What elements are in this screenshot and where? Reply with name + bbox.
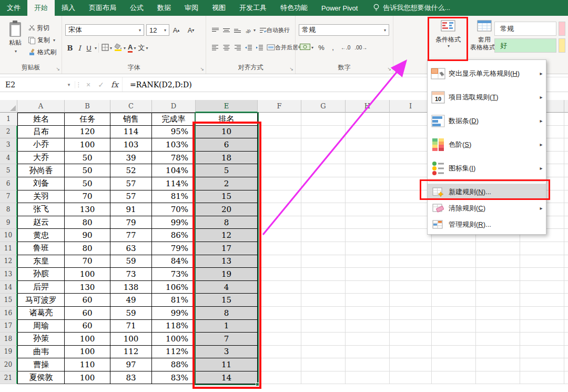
cell-x21[interactable]	[476, 371, 520, 385]
number-format-select[interactable]: 常规▾	[299, 24, 389, 36]
cell-x2[interactable]	[564, 126, 568, 139]
cell-B15[interactable]: 60	[65, 294, 110, 307]
formula-bar-handle[interactable]: ⋮	[75, 81, 82, 88]
cell-style-neutral-partial[interactable]	[559, 38, 565, 53]
column-header-G[interactable]: G	[301, 100, 346, 113]
cell-H5[interactable]	[346, 164, 390, 177]
column-header-blank[interactable]	[564, 100, 568, 113]
cell-A19[interactable]: 曲韦	[17, 346, 65, 359]
cell-H15[interactable]	[346, 294, 390, 307]
row-header-16[interactable]: 16	[0, 307, 17, 320]
cell-D4[interactable]: 78%	[152, 152, 196, 165]
tab-data[interactable]: 数据	[150, 0, 178, 16]
increase-decimal-button[interactable]: ←.0	[340, 42, 351, 53]
menu-item-new-rule[interactable]: 新建规则(N)...	[428, 184, 546, 200]
cell-F4[interactable]	[258, 152, 301, 165]
tab-developer[interactable]: 开发工具	[232, 0, 273, 16]
cell-B11[interactable]: 80	[65, 242, 110, 255]
cell-D19[interactable]: 112%	[152, 346, 196, 359]
cell-x11[interactable]	[432, 242, 476, 255]
accounting-format-button[interactable]: ▾	[299, 42, 315, 53]
cell-E7[interactable]: 15	[196, 190, 258, 204]
cell-D2[interactable]: 95%	[152, 126, 196, 139]
phonetic-guide-button[interactable]: 文 ▾	[137, 42, 149, 54]
row-header-14[interactable]: 14	[0, 281, 17, 294]
menu-item-clear-rules[interactable]: 清除规则(C)▸	[428, 200, 546, 216]
cell-x20[interactable]	[564, 358, 568, 371]
cell-E15[interactable]: 15	[196, 294, 258, 307]
cell-x15[interactable]	[520, 294, 564, 307]
cell-x12[interactable]	[476, 255, 520, 268]
cell-A13[interactable]: 孙膑	[17, 268, 65, 281]
cell-C10[interactable]: 77	[110, 229, 152, 242]
cell-x20[interactable]	[476, 358, 520, 371]
cell-x12[interactable]	[520, 255, 564, 268]
tab-file[interactable]: 文件	[0, 0, 27, 16]
cell-F15[interactable]	[258, 294, 301, 307]
row-header-21[interactable]: 21	[0, 371, 17, 385]
cell-B20[interactable]: 110	[65, 358, 110, 371]
cell-I2[interactable]	[390, 126, 432, 139]
cell-G18[interactable]	[301, 333, 346, 346]
font-color-button[interactable]: A ▾	[127, 42, 137, 54]
cell-H18[interactable]	[346, 333, 390, 346]
font-size-select[interactable]: 12▾	[146, 24, 169, 36]
row-header-7[interactable]: 7	[0, 190, 17, 204]
cell-style-good[interactable]: 好	[494, 38, 556, 53]
cell-H8[interactable]	[346, 203, 390, 216]
cell-x11[interactable]	[564, 242, 568, 255]
cell-B6[interactable]: 50	[65, 177, 110, 190]
row-header-1[interactable]: 1	[0, 113, 17, 126]
menu-item-top-bottom-rules[interactable]: 10项目选取规则(T)▸	[428, 85, 546, 109]
column-header-A[interactable]: A	[17, 100, 65, 113]
cell-G11[interactable]	[301, 242, 346, 255]
cell-B7[interactable]: 70	[65, 190, 110, 204]
align-top-button[interactable]	[210, 24, 220, 36]
cell-I8[interactable]	[390, 203, 432, 216]
cell-F11[interactable]	[258, 242, 301, 255]
cell-x11[interactable]	[520, 242, 564, 255]
tab-power-pivot[interactable]: Power Pivot	[315, 0, 364, 16]
row-header-15[interactable]: 15	[0, 294, 17, 307]
cell-B8[interactable]: 130	[65, 203, 110, 216]
cell-x17[interactable]	[520, 320, 564, 333]
cell-x14[interactable]	[432, 281, 476, 294]
cell-C20[interactable]: 97	[110, 358, 152, 371]
cell-A1[interactable]: 姓名	[17, 113, 65, 126]
cell-G5[interactable]	[301, 164, 346, 177]
row-header-4[interactable]: 4	[0, 152, 17, 165]
cell-D6[interactable]: 114%	[152, 177, 196, 190]
cell-D17[interactable]: 118%	[152, 320, 196, 333]
cell-B13[interactable]: 100	[65, 268, 110, 281]
cell-A7[interactable]: 关羽	[17, 190, 65, 204]
cell-x19[interactable]	[564, 346, 568, 359]
font-dialog-launcher[interactable]: ↘	[200, 66, 204, 72]
cell-x14[interactable]	[476, 281, 520, 294]
cell-H13[interactable]	[346, 268, 390, 281]
cell-E1[interactable]: 排名	[196, 113, 258, 126]
cell-x14[interactable]	[564, 281, 568, 294]
cell-G16[interactable]	[301, 307, 346, 320]
cell-B5[interactable]: 50	[65, 164, 110, 177]
row-header-5[interactable]: 5	[0, 164, 17, 177]
cell-I3[interactable]	[390, 138, 432, 152]
cell-C5[interactable]: 52	[110, 164, 152, 177]
cell-A9[interactable]: 赵云	[17, 216, 65, 229]
cell-A2[interactable]: 吕布	[17, 126, 65, 139]
format-painter-button[interactable]: 格式刷	[28, 47, 56, 57]
row-header-10[interactable]: 10	[0, 229, 17, 242]
cell-x1[interactable]	[564, 113, 568, 126]
cell-A4[interactable]: 大乔	[17, 152, 65, 165]
cell-x7[interactable]	[564, 190, 568, 204]
align-bottom-button[interactable]	[232, 24, 242, 36]
menu-item-icon-sets[interactable]: 图标集(I)▸	[428, 156, 546, 180]
cell-x19[interactable]	[476, 346, 520, 359]
cell-I10[interactable]	[390, 229, 432, 242]
cell-I7[interactable]	[390, 190, 432, 204]
cell-F21[interactable]	[258, 371, 301, 385]
cell-A16[interactable]: 诸葛亮	[17, 307, 65, 320]
cell-F9[interactable]	[258, 216, 301, 229]
align-right-button[interactable]	[232, 42, 242, 53]
cell-I16[interactable]	[390, 307, 432, 320]
cell-F2[interactable]	[258, 126, 301, 139]
